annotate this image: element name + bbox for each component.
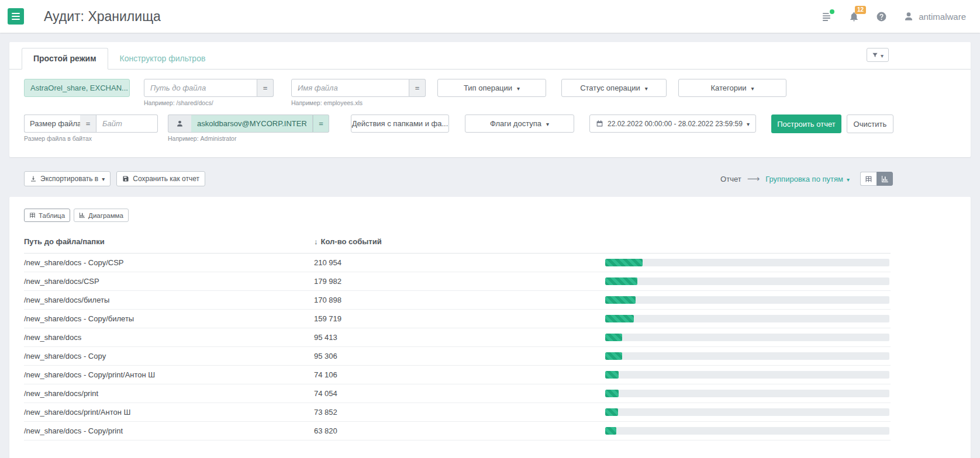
bar-track — [605, 427, 889, 435]
header-actions: 12 antimalware — [821, 11, 966, 22]
table-body: /new_share/docs - Copy/CSP 210 954 /new_… — [24, 254, 891, 440]
report-card: Таблица Диаграмма Путь до файла/папки ↓К… — [9, 197, 971, 458]
table-row[interactable]: /new_share/docs/билеты 170 898 — [24, 291, 891, 310]
table-row[interactable]: /new_share/docs - Copy/print/Антон Ш 74 … — [24, 366, 891, 384]
storage-select[interactable]: AstraOrel_share, EXCHAN... — [24, 79, 130, 97]
table-row[interactable]: /new_share/docs/CSP 179 982 — [24, 272, 891, 291]
bar-fill — [605, 259, 643, 266]
date-range-value: 22.02.2022 00:00:00 - 28.02.2022 23:59:5… — [608, 120, 743, 128]
file-size-hint: Размер файла в байтах — [24, 135, 158, 142]
row-bar-cell — [605, 315, 891, 322]
table-row[interactable]: /new_share/docs - Copy/билеты 159 719 — [24, 310, 891, 328]
table-row[interactable]: /new_share/docs - Copy/CSP 210 954 — [24, 254, 891, 272]
export-label: Экспортировать в — [40, 175, 98, 183]
chart-icon — [881, 175, 889, 183]
date-range-picker[interactable]: 22.02.2022 00:00:00 - 28.02.2022 23:59:5… — [589, 114, 756, 133]
clear-button[interactable]: Очистить — [847, 114, 893, 133]
reports-button[interactable] — [821, 11, 832, 22]
column-count-label: Кол-во событий — [321, 237, 382, 246]
operation-type-label: Тип операции — [464, 84, 512, 92]
row-count: 210 954 — [314, 258, 605, 267]
table-row[interactable]: /new_share/docs - Copy/print 63 820 — [24, 422, 891, 440]
row-bar-cell — [605, 371, 891, 379]
row-bar-cell — [605, 408, 891, 416]
table-view-button[interactable]: Таблица — [24, 209, 70, 222]
calendar-icon — [596, 120, 603, 127]
app-header: Аудит: Хранилища 12 antimalware — [0, 0, 980, 33]
row-count: 74 106 — [314, 370, 605, 379]
access-flags-dropdown[interactable]: Флаги доступа — [465, 114, 574, 133]
view-toggle-group — [860, 172, 893, 186]
tab-simple-mode[interactable]: Простой режим — [22, 48, 108, 70]
access-flags-label: Флаги доступа — [490, 119, 541, 128]
file-size-input[interactable] — [96, 114, 158, 133]
user-menu[interactable]: antimalware — [903, 11, 966, 22]
row-count: 73 852 — [314, 408, 605, 417]
filter-panel: Простой режим Конструктор фильтров Astra… — [9, 42, 971, 157]
folder-actions-dropdown[interactable]: Действия с папками и фа... — [351, 114, 449, 133]
row-path: /new_share/docs/print/Антон Ш — [24, 408, 314, 417]
row-path: /new_share/docs - Copy/CSP — [24, 258, 314, 267]
folder-actions-label: Действия с папками и фа... — [352, 119, 448, 128]
bar-fill — [605, 427, 616, 435]
column-header-count[interactable]: ↓Кол-во событий — [314, 237, 605, 246]
save-report-button[interactable]: Сохранить как отчет — [116, 171, 205, 186]
report-toolbar: Экспортировать в Сохранить как отчет Отч… — [0, 157, 980, 197]
row-count: 170 898 — [314, 296, 605, 304]
file-name-operator[interactable]: = — [409, 79, 426, 97]
table-icon — [865, 175, 872, 183]
operation-status-dropdown[interactable]: Статус операции — [561, 79, 667, 97]
bar-fill — [605, 352, 622, 360]
filter-settings-button[interactable] — [867, 48, 889, 62]
caret-down-icon — [546, 119, 549, 128]
table-row[interactable]: /new_share/docs/print/Антон Ш 73 852 — [24, 403, 891, 422]
build-report-button[interactable]: Построить отчет — [771, 114, 841, 133]
table-row[interactable]: /new_share/docs/print 74 054 — [24, 384, 891, 403]
user-filter-operator[interactable]: = — [313, 114, 329, 133]
table-row[interactable]: /new_share/docs - Copy 95 306 — [24, 347, 891, 366]
row-count: 74 054 — [314, 389, 605, 398]
caret-down-icon — [747, 120, 750, 128]
row-count: 95 306 — [314, 352, 605, 360]
row-path: /new_share/docs/билеты — [24, 296, 314, 304]
page-title: Аудит: Хранилища — [44, 9, 161, 25]
operation-type-dropdown[interactable]: Тип операции — [437, 79, 546, 97]
chart-view-button[interactable]: Диаграмма — [74, 209, 129, 222]
user-filter-input[interactable] — [191, 114, 313, 133]
grouping-label: Группировка по путям — [765, 175, 843, 183]
menu-button[interactable] — [8, 8, 24, 25]
view-switch: Таблица Диаграмма — [24, 209, 971, 222]
grouping-dropdown[interactable]: Группировка по путям — [765, 175, 850, 183]
row-bar-cell — [605, 259, 891, 266]
table-view-label: Таблица — [39, 212, 65, 219]
bar-fill — [605, 334, 622, 341]
notifications-button[interactable]: 12 — [848, 11, 860, 22]
categories-dropdown[interactable]: Категории — [678, 79, 786, 97]
row-bar-cell — [605, 277, 891, 285]
row-path: /new_share/docs/CSP — [24, 277, 314, 286]
table-view-toggle[interactable] — [860, 172, 877, 186]
help-button[interactable] — [876, 11, 887, 22]
file-path-input[interactable] — [144, 79, 257, 97]
user-icon — [903, 11, 914, 22]
table-icon — [29, 212, 36, 218]
caret-down-icon — [751, 84, 754, 92]
file-name-input[interactable] — [291, 79, 409, 97]
bar-fill — [605, 390, 619, 397]
row-bar-cell — [605, 334, 891, 341]
filter-tabs: Простой режим Конструктор фильтров — [9, 42, 971, 70]
bar-fill — [605, 296, 636, 304]
table-row[interactable]: /new_share/docs 95 413 — [24, 328, 891, 347]
file-path-operator[interactable]: = — [257, 79, 274, 97]
chart-view-toggle[interactable] — [877, 172, 893, 186]
tab-filter-constructor[interactable]: Конструктор фильтров — [108, 48, 218, 70]
export-button[interactable]: Экспортировать в — [24, 171, 111, 186]
bar-track — [605, 408, 889, 416]
caret-down-icon — [517, 84, 520, 92]
row-count: 159 719 — [314, 314, 605, 323]
help-icon — [876, 11, 887, 22]
column-header-path[interactable]: Путь до файла/папки — [24, 237, 314, 246]
operation-status-label: Статус операции — [580, 84, 640, 92]
table-header-row: Путь до файла/папки ↓Кол-во событий — [24, 235, 891, 254]
file-size-operator[interactable]: = — [80, 114, 96, 133]
